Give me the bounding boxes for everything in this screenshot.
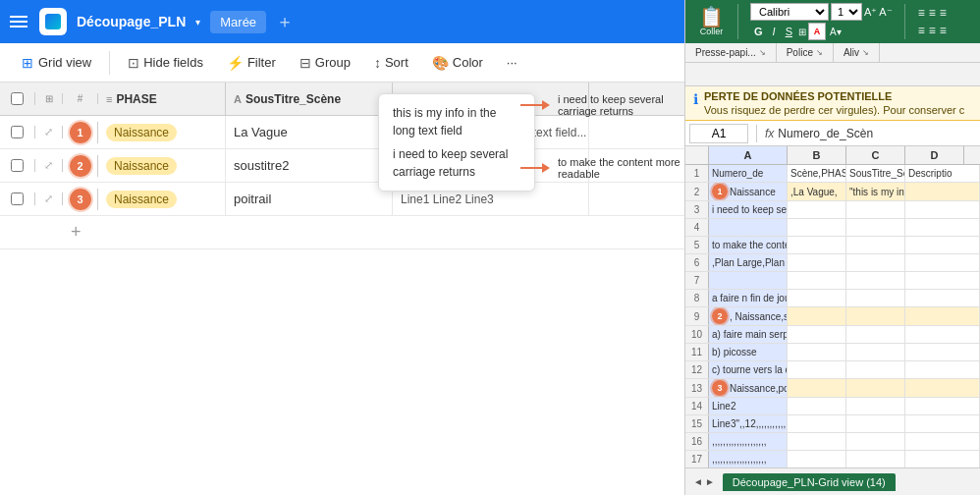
font-grow-icon[interactable]: A⁺ [864,6,877,19]
label-presse-papi[interactable]: Presse-papi... ↘ [685,43,777,62]
ss-cell-2a[interactable]: 1 Naissance [709,183,788,200]
sort-button[interactable]: ↕ Sort [364,51,418,75]
ss-cell-12c[interactable] [846,361,905,378]
ss-cell-13d[interactable] [905,379,980,397]
ss-cell-15d[interactable] [905,415,980,432]
align-bottom-icon[interactable]: ≡ [940,6,947,20]
add-tab-button[interactable]: ＋ [276,10,294,33]
row-3-soustitre[interactable]: poitrail [226,183,393,215]
ss-cell-13b[interactable] [788,379,846,397]
ss-cell-1a[interactable]: Numero_de [709,165,788,182]
menu-icon[interactable] [10,12,29,31]
row-1-expand[interactable]: ⤢ [35,126,63,138]
row-2-expand[interactable]: ⤢ [35,159,63,172]
ss-cell-7d[interactable] [905,272,980,289]
align-middle-icon[interactable]: ≡ [929,6,936,20]
align-left-icon[interactable]: ≡ [918,24,925,37]
ss-cell-1d[interactable]: Descriptio [905,165,980,182]
formula-input[interactable] [778,127,976,140]
align-right-icon[interactable]: ≡ [940,24,947,37]
cell-reference[interactable] [689,124,748,143]
ss-cell-10b[interactable] [788,326,846,343]
ss-cell-13c[interactable] [846,379,905,397]
row-1-checkbox[interactable] [0,126,35,138]
ss-cell-2d[interactable] [905,183,980,200]
ss-cell-1c[interactable]: SousTitre_Scène [846,165,905,182]
align-top-icon[interactable]: ≡ [918,6,925,20]
ss-cell-17c[interactable] [846,451,905,468]
ss-cell-2b[interactable]: ,La Vague, [788,183,846,200]
highlight-color-button[interactable]: A▾ [830,27,842,37]
ss-cell-14a[interactable]: Line2 [709,398,788,414]
scroll-right-icon[interactable]: ► [705,476,715,487]
italic-button[interactable]: I [769,25,780,38]
ss-cell-4d[interactable] [905,219,980,236]
ss-cell-6b[interactable] [788,254,846,271]
ss-cell-5a[interactable]: to make the content more readable [709,237,788,253]
ss-cell-16c[interactable] [846,433,905,450]
group-button[interactable]: ⊟ Group [290,51,360,75]
ss-cell-17a[interactable]: ,,,,,,,,,,,,,,,,,,,, [709,451,788,468]
ss-cell-8b[interactable] [788,290,846,306]
ss-cell-17b[interactable] [788,451,846,468]
ss-cell-9a[interactable]: 2 , Naissance,soustitre2,all in one line… [709,307,788,325]
ss-cell-3a[interactable]: i need to keep several carriage returns [709,201,788,218]
col-header-d[interactable]: D [905,146,964,164]
ss-cell-12a[interactable]: c) tourne vers la caméra (lumière),, [709,361,788,378]
ss-cell-16d[interactable] [905,433,980,450]
row-2-checkbox[interactable] [0,159,35,172]
paste-button[interactable]: 📋 Coller [693,5,730,38]
ss-cell-15a[interactable]: Line3",,12,,,,,,,,,,,,,,,,,, [709,415,788,432]
font-size-select[interactable]: 11 [831,3,862,21]
ss-cell-14b[interactable] [788,398,846,414]
project-name[interactable]: Découpage_PLN [77,14,186,29]
ss-cell-12b[interactable] [788,361,846,378]
ss-cell-4c[interactable] [846,219,905,236]
hide-fields-button[interactable]: ⊡ Hide fields [118,51,213,75]
row-3-phase[interactable]: Naissance [98,183,226,215]
ss-cell-8a[interactable]: a faire n fin de journée et surtout au p… [709,290,788,306]
ss-cell-15b[interactable] [788,415,846,432]
ss-cell-5c[interactable] [846,237,905,253]
col-header-c[interactable]: C [846,146,905,164]
align-center-icon[interactable]: ≡ [929,24,936,37]
more-options-button[interactable]: ··· [497,51,527,74]
ss-cell-9b[interactable] [788,307,846,325]
ss-cell-10c[interactable] [846,326,905,343]
ss-cell-11d[interactable] [905,344,980,360]
scroll-left-icon[interactable]: ◄ [693,476,703,487]
row-1-phase[interactable]: Naissance [98,116,226,148]
header-soustitre[interactable]: A SousTitre_Scène [226,82,393,115]
header-phase[interactable]: ≡ PHASE [98,82,226,115]
ss-cell-7c[interactable] [846,272,905,289]
ss-cell-14d[interactable] [905,398,980,414]
ss-cell-5d[interactable] [905,237,980,253]
ss-cell-12d[interactable] [905,361,980,378]
ss-cell-3b[interactable] [788,201,846,218]
ss-cell-3d[interactable] [905,201,980,218]
row-2-soustitre[interactable]: soustitre2 [226,149,393,182]
bold-button[interactable]: G [750,25,767,38]
col-header-a[interactable]: A [709,146,788,164]
ss-cell-6a[interactable]: ,Plan Large,Plan Visage,Plan Pied,Plan M… [709,254,788,271]
ss-cell-2c[interactable]: "this is my info in the long text fie [846,183,905,200]
ss-cell-13a[interactable]: 3 Naissance,poitrail,"Line1 [709,379,788,397]
ss-cell-11a[interactable]: b) picosse [709,344,788,360]
ss-cell-1b[interactable]: Scène,PHASE [788,165,846,182]
ss-cell-11b[interactable] [788,344,846,360]
color-button[interactable]: 🎨 Color [422,51,493,75]
header-checkbox[interactable] [0,92,35,105]
ss-cell-14c[interactable] [846,398,905,414]
ss-cell-16a[interactable]: ,,,,,,,,,,,,,,,,,,,, [709,433,788,450]
font-select[interactable]: Calibri [750,3,829,21]
font-color-button[interactable]: A [808,23,826,40]
grid-view-button[interactable]: ⊞ Grid view [12,51,101,75]
ss-cell-8d[interactable] [905,290,980,306]
row-3-checkbox[interactable] [0,192,35,205]
ss-cell-6c[interactable] [846,254,905,271]
filter-button[interactable]: ⚡ Filter [217,51,286,75]
border-icon[interactable]: ⊞ [798,27,806,37]
underline-button[interactable]: S [782,25,796,38]
ss-cell-10d[interactable] [905,326,980,343]
ss-cell-15c[interactable] [846,415,905,432]
